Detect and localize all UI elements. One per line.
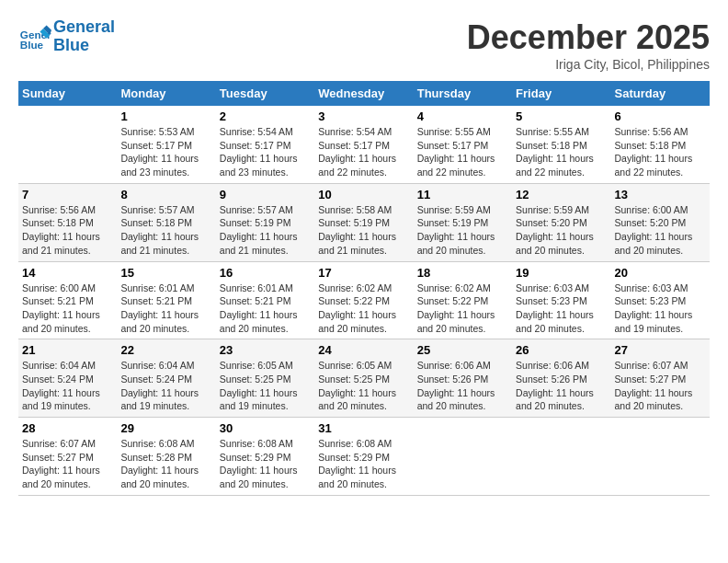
calendar-cell: 1Sunrise: 5:53 AM Sunset: 5:17 PM Daylig… — [117, 106, 215, 183]
day-info: Sunrise: 5:57 AM Sunset: 5:19 PM Dayligh… — [220, 203, 311, 258]
day-number: 31 — [318, 421, 409, 435]
calendar-cell: 5Sunrise: 5:55 AM Sunset: 5:18 PM Daylig… — [512, 106, 610, 183]
calendar-cell — [512, 418, 610, 496]
calendar-cell: 22Sunrise: 6:04 AM Sunset: 5:24 PM Dayli… — [117, 339, 215, 418]
day-number: 6 — [615, 109, 706, 123]
calendar-cell: 19Sunrise: 6:03 AM Sunset: 5:23 PM Dayli… — [512, 261, 610, 339]
calendar-week-row: 21Sunrise: 6:04 AM Sunset: 5:24 PM Dayli… — [18, 339, 710, 418]
calendar-cell: 2Sunrise: 5:54 AM Sunset: 5:17 PM Daylig… — [216, 106, 314, 183]
calendar-cell — [18, 106, 117, 183]
calendar-cell: 27Sunrise: 6:07 AM Sunset: 5:27 PM Dayli… — [611, 339, 710, 418]
weekday-header: Sunday — [18, 81, 117, 106]
calendar-week-row: 7Sunrise: 5:56 AM Sunset: 5:18 PM Daylig… — [18, 183, 710, 261]
day-number: 9 — [220, 188, 311, 201]
day-info: Sunrise: 6:07 AM Sunset: 5:27 PM Dayligh… — [22, 437, 113, 491]
location: Iriga City, Bicol, Philippines — [467, 57, 710, 72]
day-number: 28 — [22, 421, 113, 435]
weekday-header: Wednesday — [314, 81, 413, 106]
day-number: 30 — [220, 421, 311, 435]
weekday-header: Tuesday — [216, 81, 314, 106]
day-info: Sunrise: 6:00 AM Sunset: 5:21 PM Dayligh… — [22, 282, 113, 336]
logo-line1: General — [53, 18, 115, 37]
calendar-cell: 10Sunrise: 5:58 AM Sunset: 5:19 PM Dayli… — [314, 183, 413, 261]
day-number: 15 — [120, 266, 211, 280]
calendar-cell: 15Sunrise: 6:01 AM Sunset: 5:21 PM Dayli… — [117, 261, 215, 339]
svg-text:Blue: Blue — [20, 38, 44, 50]
calendar-cell: 6Sunrise: 5:56 AM Sunset: 5:18 PM Daylig… — [611, 106, 710, 183]
calendar-cell: 14Sunrise: 6:00 AM Sunset: 5:21 PM Dayli… — [18, 261, 117, 339]
calendar-cell: 28Sunrise: 6:07 AM Sunset: 5:27 PM Dayli… — [18, 418, 117, 496]
day-number: 21 — [22, 343, 113, 357]
day-info: Sunrise: 5:58 AM Sunset: 5:19 PM Dayligh… — [318, 203, 409, 258]
day-number: 7 — [22, 188, 113, 201]
day-info: Sunrise: 6:04 AM Sunset: 5:24 PM Dayligh… — [22, 359, 113, 413]
calendar-cell: 9Sunrise: 5:57 AM Sunset: 5:19 PM Daylig… — [216, 183, 314, 261]
logo-line2: Blue — [53, 37, 115, 55]
calendar-week-row: 14Sunrise: 6:00 AM Sunset: 5:21 PM Dayli… — [18, 261, 710, 339]
day-number: 24 — [318, 343, 409, 357]
day-number: 29 — [120, 421, 211, 435]
calendar-cell: 17Sunrise: 6:02 AM Sunset: 5:22 PM Dayli… — [314, 261, 413, 339]
day-info: Sunrise: 6:02 AM Sunset: 5:22 PM Dayligh… — [318, 282, 409, 336]
calendar-cell: 29Sunrise: 6:08 AM Sunset: 5:28 PM Dayli… — [117, 418, 215, 496]
day-info: Sunrise: 5:54 AM Sunset: 5:17 PM Dayligh… — [318, 125, 409, 179]
day-info: Sunrise: 5:55 AM Sunset: 5:17 PM Dayligh… — [417, 125, 508, 179]
day-number: 2 — [220, 109, 311, 123]
title-block: December 2025 Iriga City, Bicol, Philipp… — [467, 18, 710, 72]
day-number: 13 — [615, 188, 706, 201]
day-info: Sunrise: 6:03 AM Sunset: 5:23 PM Dayligh… — [516, 282, 607, 336]
logo: General Blue General Blue — [18, 18, 115, 55]
day-info: Sunrise: 5:59 AM Sunset: 5:20 PM Dayligh… — [516, 203, 607, 258]
day-number: 22 — [120, 343, 211, 357]
day-number: 26 — [516, 343, 607, 357]
calendar-cell: 12Sunrise: 5:59 AM Sunset: 5:20 PM Dayli… — [512, 183, 610, 261]
day-info: Sunrise: 6:04 AM Sunset: 5:24 PM Dayligh… — [120, 359, 211, 413]
weekday-header: Saturday — [611, 81, 710, 106]
weekday-header: Monday — [117, 81, 215, 106]
day-info: Sunrise: 5:56 AM Sunset: 5:18 PM Dayligh… — [615, 125, 706, 179]
calendar-cell: 24Sunrise: 6:05 AM Sunset: 5:25 PM Dayli… — [314, 339, 413, 418]
day-info: Sunrise: 6:01 AM Sunset: 5:21 PM Dayligh… — [120, 282, 211, 336]
day-info: Sunrise: 6:08 AM Sunset: 5:28 PM Dayligh… — [120, 437, 211, 491]
page-header: General Blue General Blue December 2025 … — [18, 18, 710, 72]
calendar-cell — [414, 418, 512, 496]
calendar-cell: 30Sunrise: 6:08 AM Sunset: 5:29 PM Dayli… — [216, 418, 314, 496]
day-number: 23 — [220, 343, 311, 357]
logo-icon: General Blue — [18, 20, 51, 53]
calendar-table: SundayMondayTuesdayWednesdayThursdayFrid… — [18, 81, 710, 496]
day-number: 27 — [615, 343, 706, 357]
month-title: December 2025 — [467, 18, 710, 57]
calendar-cell: 23Sunrise: 6:05 AM Sunset: 5:25 PM Dayli… — [216, 339, 314, 418]
day-number: 8 — [120, 188, 211, 201]
day-info: Sunrise: 6:06 AM Sunset: 5:26 PM Dayligh… — [516, 359, 607, 413]
day-info: Sunrise: 6:05 AM Sunset: 5:25 PM Dayligh… — [318, 359, 409, 413]
day-info: Sunrise: 5:54 AM Sunset: 5:17 PM Dayligh… — [220, 125, 311, 179]
day-info: Sunrise: 6:00 AM Sunset: 5:20 PM Dayligh… — [615, 203, 706, 258]
day-number: 25 — [417, 343, 508, 357]
day-info: Sunrise: 6:06 AM Sunset: 5:26 PM Dayligh… — [417, 359, 508, 413]
day-info: Sunrise: 5:53 AM Sunset: 5:17 PM Dayligh… — [120, 125, 211, 179]
weekday-header-row: SundayMondayTuesdayWednesdayThursdayFrid… — [18, 81, 710, 106]
day-info: Sunrise: 5:55 AM Sunset: 5:18 PM Dayligh… — [516, 125, 607, 179]
day-number: 14 — [22, 266, 113, 280]
weekday-header: Friday — [512, 81, 610, 106]
day-number: 11 — [417, 188, 508, 201]
day-number: 16 — [220, 266, 311, 280]
day-info: Sunrise: 6:08 AM Sunset: 5:29 PM Dayligh… — [318, 437, 409, 491]
day-info: Sunrise: 5:59 AM Sunset: 5:19 PM Dayligh… — [417, 203, 508, 258]
day-info: Sunrise: 6:03 AM Sunset: 5:23 PM Dayligh… — [615, 282, 706, 336]
day-number: 17 — [318, 266, 409, 280]
calendar-cell: 18Sunrise: 6:02 AM Sunset: 5:22 PM Dayli… — [414, 261, 512, 339]
calendar-cell — [611, 418, 710, 496]
day-number: 19 — [516, 266, 607, 280]
calendar-cell: 16Sunrise: 6:01 AM Sunset: 5:21 PM Dayli… — [216, 261, 314, 339]
calendar-cell: 21Sunrise: 6:04 AM Sunset: 5:24 PM Dayli… — [18, 339, 117, 418]
calendar-cell: 25Sunrise: 6:06 AM Sunset: 5:26 PM Dayli… — [414, 339, 512, 418]
calendar-week-row: 1Sunrise: 5:53 AM Sunset: 5:17 PM Daylig… — [18, 106, 710, 183]
day-info: Sunrise: 6:02 AM Sunset: 5:22 PM Dayligh… — [417, 282, 508, 336]
day-info: Sunrise: 5:57 AM Sunset: 5:18 PM Dayligh… — [120, 203, 211, 258]
day-number: 3 — [318, 109, 409, 123]
day-number: 18 — [417, 266, 508, 280]
day-info: Sunrise: 5:56 AM Sunset: 5:18 PM Dayligh… — [22, 203, 113, 258]
calendar-cell: 26Sunrise: 6:06 AM Sunset: 5:26 PM Dayli… — [512, 339, 610, 418]
